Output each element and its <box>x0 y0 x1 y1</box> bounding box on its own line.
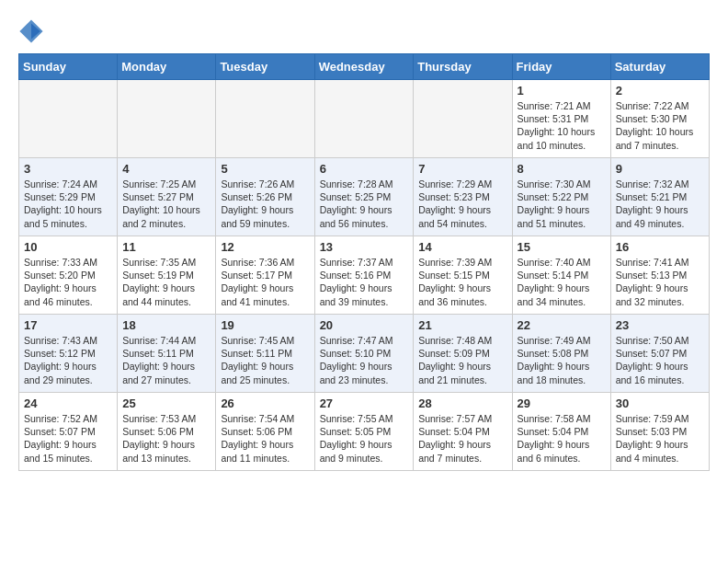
calendar-cell: 9Sunrise: 7:32 AM Sunset: 5:21 PM Daylig… <box>610 158 709 236</box>
day-number: 26 <box>221 396 309 410</box>
day-info: Sunrise: 7:58 AM Sunset: 5:04 PM Dayligh… <box>518 412 606 465</box>
day-info: Sunrise: 7:45 AM Sunset: 5:11 PM Dayligh… <box>221 334 309 386</box>
calendar-cell <box>118 80 216 158</box>
day-info: Sunrise: 7:50 AM Sunset: 5:07 PM Dayligh… <box>616 334 704 386</box>
calendar-cell: 16Sunrise: 7:41 AM Sunset: 5:13 PM Dayli… <box>610 236 709 315</box>
day-number: 30 <box>616 396 704 410</box>
weekday-header-friday: Friday <box>512 54 610 80</box>
day-info: Sunrise: 7:26 AM Sunset: 5:26 PM Dayligh… <box>221 178 309 230</box>
day-number: 23 <box>616 318 704 332</box>
day-info: Sunrise: 7:59 AM Sunset: 5:03 PM Dayligh… <box>616 412 704 465</box>
day-info: Sunrise: 7:32 AM Sunset: 5:21 PM Dayligh… <box>616 178 704 230</box>
day-number: 3 <box>24 162 112 176</box>
calendar-cell: 17Sunrise: 7:43 AM Sunset: 5:12 PM Dayli… <box>19 315 118 393</box>
calendar-cell: 15Sunrise: 7:40 AM Sunset: 5:14 PM Dayli… <box>512 236 610 315</box>
day-info: Sunrise: 7:22 AM Sunset: 5:30 PM Dayligh… <box>616 99 704 152</box>
weekday-header-tuesday: Tuesday <box>216 54 314 80</box>
page-header <box>18 18 710 44</box>
calendar-cell: 5Sunrise: 7:26 AM Sunset: 5:26 PM Daylig… <box>216 158 314 236</box>
day-info: Sunrise: 7:36 AM Sunset: 5:17 PM Dayligh… <box>221 256 309 308</box>
day-number: 14 <box>418 240 506 254</box>
day-number: 28 <box>418 396 506 410</box>
calendar-cell: 22Sunrise: 7:49 AM Sunset: 5:08 PM Dayli… <box>512 315 610 393</box>
weekday-header-monday: Monday <box>118 54 216 80</box>
day-number: 22 <box>518 318 606 332</box>
calendar-cell: 24Sunrise: 7:52 AM Sunset: 5:07 PM Dayli… <box>19 393 118 471</box>
calendar-week-4: 17Sunrise: 7:43 AM Sunset: 5:12 PM Dayli… <box>19 315 710 393</box>
weekday-header-sunday: Sunday <box>19 54 118 80</box>
day-info: Sunrise: 7:53 AM Sunset: 5:06 PM Dayligh… <box>122 412 210 465</box>
day-info: Sunrise: 7:52 AM Sunset: 5:07 PM Dayligh… <box>24 412 112 465</box>
calendar-cell: 2Sunrise: 7:22 AM Sunset: 5:30 PM Daylig… <box>610 80 709 158</box>
calendar-cell: 27Sunrise: 7:55 AM Sunset: 5:05 PM Dayli… <box>314 393 414 471</box>
day-number: 10 <box>24 240 112 254</box>
day-number: 18 <box>122 318 210 332</box>
day-number: 5 <box>221 162 309 176</box>
calendar-cell: 14Sunrise: 7:39 AM Sunset: 5:15 PM Dayli… <box>414 236 512 315</box>
day-number: 24 <box>24 396 112 410</box>
day-info: Sunrise: 7:25 AM Sunset: 5:27 PM Dayligh… <box>122 178 210 230</box>
day-number: 8 <box>518 162 606 176</box>
day-number: 20 <box>320 318 409 332</box>
weekday-header-saturday: Saturday <box>610 54 709 80</box>
day-number: 2 <box>616 84 704 98</box>
day-number: 29 <box>518 396 606 410</box>
day-info: Sunrise: 7:44 AM Sunset: 5:11 PM Dayligh… <box>122 334 210 386</box>
day-number: 27 <box>320 396 409 410</box>
calendar-cell <box>414 80 512 158</box>
day-number: 1 <box>518 84 606 98</box>
day-info: Sunrise: 7:28 AM Sunset: 5:25 PM Dayligh… <box>320 178 409 230</box>
day-number: 12 <box>221 240 309 254</box>
day-info: Sunrise: 7:40 AM Sunset: 5:14 PM Dayligh… <box>518 256 606 308</box>
logo-icon <box>18 18 44 44</box>
day-info: Sunrise: 7:54 AM Sunset: 5:06 PM Dayligh… <box>221 412 309 465</box>
day-info: Sunrise: 7:41 AM Sunset: 5:13 PM Dayligh… <box>616 256 704 308</box>
calendar-cell: 7Sunrise: 7:29 AM Sunset: 5:23 PM Daylig… <box>414 158 512 236</box>
calendar-cell: 19Sunrise: 7:45 AM Sunset: 5:11 PM Dayli… <box>216 315 314 393</box>
calendar-week-2: 3Sunrise: 7:24 AM Sunset: 5:29 PM Daylig… <box>19 158 710 236</box>
day-number: 17 <box>24 318 112 332</box>
calendar-cell: 23Sunrise: 7:50 AM Sunset: 5:07 PM Dayli… <box>610 315 709 393</box>
day-number: 16 <box>616 240 704 254</box>
calendar-cell <box>216 80 314 158</box>
weekday-header-thursday: Thursday <box>414 54 512 80</box>
calendar-cell: 29Sunrise: 7:58 AM Sunset: 5:04 PM Dayli… <box>512 393 610 471</box>
calendar-cell: 6Sunrise: 7:28 AM Sunset: 5:25 PM Daylig… <box>314 158 414 236</box>
day-info: Sunrise: 7:35 AM Sunset: 5:19 PM Dayligh… <box>122 256 210 308</box>
day-info: Sunrise: 7:24 AM Sunset: 5:29 PM Dayligh… <box>24 178 112 230</box>
day-number: 21 <box>418 318 506 332</box>
calendar-cell: 30Sunrise: 7:59 AM Sunset: 5:03 PM Dayli… <box>610 393 709 471</box>
calendar-cell: 21Sunrise: 7:48 AM Sunset: 5:09 PM Dayli… <box>414 315 512 393</box>
day-number: 19 <box>221 318 309 332</box>
calendar-table: SundayMondayTuesdayWednesdayThursdayFrid… <box>18 53 710 471</box>
weekday-header-wednesday: Wednesday <box>314 54 414 80</box>
calendar-cell: 20Sunrise: 7:47 AM Sunset: 5:10 PM Dayli… <box>314 315 414 393</box>
day-info: Sunrise: 7:29 AM Sunset: 5:23 PM Dayligh… <box>418 178 506 230</box>
day-info: Sunrise: 7:49 AM Sunset: 5:08 PM Dayligh… <box>518 334 606 386</box>
day-info: Sunrise: 7:55 AM Sunset: 5:05 PM Dayligh… <box>320 412 409 465</box>
calendar-week-5: 24Sunrise: 7:52 AM Sunset: 5:07 PM Dayli… <box>19 393 710 471</box>
calendar-cell <box>314 80 414 158</box>
calendar-cell: 3Sunrise: 7:24 AM Sunset: 5:29 PM Daylig… <box>19 158 118 236</box>
day-info: Sunrise: 7:48 AM Sunset: 5:09 PM Dayligh… <box>418 334 506 386</box>
day-info: Sunrise: 7:43 AM Sunset: 5:12 PM Dayligh… <box>24 334 112 386</box>
day-number: 11 <box>122 240 210 254</box>
day-number: 25 <box>122 396 210 410</box>
calendar-cell: 8Sunrise: 7:30 AM Sunset: 5:22 PM Daylig… <box>512 158 610 236</box>
calendar-week-3: 10Sunrise: 7:33 AM Sunset: 5:20 PM Dayli… <box>19 236 710 315</box>
calendar-cell: 4Sunrise: 7:25 AM Sunset: 5:27 PM Daylig… <box>118 158 216 236</box>
day-info: Sunrise: 7:57 AM Sunset: 5:04 PM Dayligh… <box>418 412 506 465</box>
calendar-cell: 13Sunrise: 7:37 AM Sunset: 5:16 PM Dayli… <box>314 236 414 315</box>
day-info: Sunrise: 7:47 AM Sunset: 5:10 PM Dayligh… <box>320 334 409 386</box>
calendar-cell: 26Sunrise: 7:54 AM Sunset: 5:06 PM Dayli… <box>216 393 314 471</box>
calendar-cell: 18Sunrise: 7:44 AM Sunset: 5:11 PM Dayli… <box>118 315 216 393</box>
calendar-header-row: SundayMondayTuesdayWednesdayThursdayFrid… <box>19 54 710 80</box>
day-number: 6 <box>320 162 409 176</box>
calendar-cell: 10Sunrise: 7:33 AM Sunset: 5:20 PM Dayli… <box>19 236 118 315</box>
calendar-cell: 12Sunrise: 7:36 AM Sunset: 5:17 PM Dayli… <box>216 236 314 315</box>
calendar-cell <box>19 80 118 158</box>
day-info: Sunrise: 7:39 AM Sunset: 5:15 PM Dayligh… <box>418 256 506 308</box>
day-number: 13 <box>320 240 409 254</box>
day-number: 7 <box>418 162 506 176</box>
calendar-cell: 11Sunrise: 7:35 AM Sunset: 5:19 PM Dayli… <box>118 236 216 315</box>
